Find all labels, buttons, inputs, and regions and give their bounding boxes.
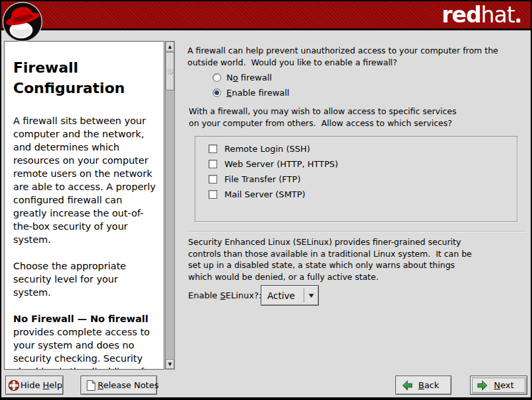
help-paragraph-3-rest: provides complete access to your system …	[13, 327, 150, 370]
document-icon	[85, 380, 96, 391]
help-paragraph-3-bold: No Firewall — No firewall	[13, 314, 149, 324]
checkbox-icon[interactable]	[209, 190, 217, 199]
next-label: Next	[488, 380, 520, 390]
selinux-label: Enable SELinux?:	[188, 290, 261, 300]
selinux-dropdown-value: Active	[261, 290, 304, 301]
service-label: File Transfer (FTP)	[224, 174, 300, 184]
wordmark-red: red	[442, 2, 481, 28]
banner: redhat.	[0, 0, 532, 30]
checkbox-icon[interactable]	[209, 160, 217, 168]
wordmark-dot: .	[515, 4, 521, 27]
arrow-left-icon	[402, 380, 413, 391]
selinux-dropdown[interactable]: Active ▼	[261, 285, 319, 306]
wordmark-hat: hat	[481, 2, 515, 28]
selinux-description-text: Security Enhanced Linux (SELinux) provid…	[188, 236, 472, 283]
help-paragraph-1: A firewall sits between your computer an…	[13, 114, 156, 246]
help-panel: Firewall Configuration A firewall sits b…	[4, 41, 164, 370]
service-label: Remote Login (SSH)	[224, 144, 310, 154]
back-label: Back	[413, 380, 444, 390]
radio-no-firewall-label: No firewall	[226, 73, 272, 83]
scrollbar-down-button[interactable]: ▼	[166, 359, 174, 369]
service-row-ssh[interactable]: Remote Login (SSH)	[195, 141, 517, 156]
services-list: Remote Login (SSH) Web Server (HTTP, HTT…	[195, 136, 517, 222]
radio-no-firewall[interactable]: No firewall	[213, 71, 272, 84]
arrow-right-icon	[477, 380, 488, 391]
selinux-setting-row: Enable SELinux?: Active ▼	[188, 285, 452, 306]
service-label: Mail Server (SMTP)	[224, 189, 306, 199]
hide-help-button[interactable]: Hide Help	[5, 376, 63, 395]
service-row-smtp[interactable]: Mail Server (SMTP)	[195, 187, 517, 202]
service-row-http[interactable]: Web Server (HTTP, HTTPS)	[195, 156, 517, 172]
help-paragraph-3: No Firewall — No firewall provides compl…	[13, 312, 156, 370]
radio-button-icon[interactable]	[213, 73, 221, 82]
checkbox-icon[interactable]	[209, 175, 217, 183]
services-question-text: With a firewall, you may wish to allow a…	[189, 106, 457, 129]
help-paragraph-2: Choose the appropriate security level fo…	[13, 259, 156, 299]
chevron-down-icon: ▼	[304, 288, 318, 302]
next-button[interactable]: Next	[470, 376, 527, 395]
help-scrollbar[interactable]: ▲ ▼	[165, 41, 175, 370]
radio-enable-firewall-label: Enable firewall	[226, 88, 290, 98]
checkbox-icon[interactable]	[209, 145, 217, 153]
release-notes-button[interactable]: Release Notes	[81, 376, 157, 395]
back-button[interactable]: Back	[395, 376, 451, 395]
arrow-up-icon: ▲	[168, 44, 172, 50]
installer-window: redhat. Firewall Configuration A firewal…	[0, 0, 532, 400]
scrollbar-up-button[interactable]: ▲	[166, 42, 174, 51]
lifebuoy-icon	[8, 380, 20, 391]
footer-bar: Hide Help Release Notes Back	[0, 375, 532, 397]
service-row-ftp[interactable]: File Transfer (FTP)	[195, 172, 517, 187]
arrow-down-icon: ▼	[168, 362, 172, 367]
section-divider	[187, 231, 526, 232]
radio-enable-firewall[interactable]: Enable firewall	[213, 86, 290, 99]
redhat-wordmark: redhat.	[442, 2, 521, 28]
service-label: Web Server (HTTP, HTTPS)	[224, 159, 338, 169]
hide-help-label: Hide Help	[20, 380, 62, 390]
radio-button-selected-icon[interactable]	[213, 88, 221, 97]
release-notes-label: Release Notes	[98, 380, 158, 390]
firewall-question-text: A firewall can help prevent unauthorized…	[187, 45, 498, 68]
help-title: Firewall Configuration	[13, 57, 156, 98]
scrollbar-thumb[interactable]	[166, 52, 174, 90]
redhat-shadowman-logo-icon	[2, 1, 43, 42]
